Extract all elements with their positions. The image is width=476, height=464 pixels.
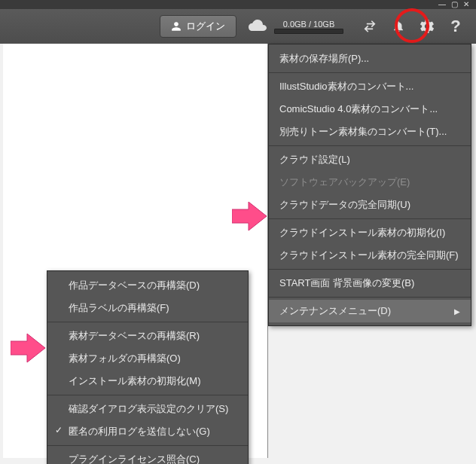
menu-separator [269,269,471,270]
titlebar: — ▢ ✕ [0,0,476,9]
maintenance-submenu-item[interactable]: インストール素材の初期化(M) [47,370,248,392]
window-controls: — ▢ ✕ [437,0,471,9]
settings-menu-item[interactable]: ComicStudio 4.0素材のコンバート... [269,98,471,121]
menu-separator [269,72,471,73]
menu-item-label: クラウドインストール素材の初期化(I) [279,227,445,238]
menu-item-label: 素材の保存場所(P)... [279,53,369,64]
storage-bar [274,29,343,34]
menu-item-label: プラグインライセンス照合(C) [69,453,200,464]
notifications-button[interactable] [386,14,411,39]
submenu-arrow-icon: ▶ [454,307,460,316]
login-label: ログイン [186,20,225,33]
menu-item-label: 別売りトーン素材集のコンバート(T)... [279,126,447,137]
annotation-arrow [11,332,45,364]
menu-item-label: 作品ラベルの再構築(F) [69,302,169,313]
menu-item-label: 素材フォルダの再構築(O) [69,353,181,364]
settings-menu-item[interactable]: クラウド設定(L) [269,148,471,171]
sync-button[interactable] [357,14,383,39]
maintenance-submenu-item[interactable]: 匿名の利用ログを送信しない(G) [47,420,248,443]
menu-item-label: 確認ダイアログ表示設定のクリア(S) [69,403,228,414]
storage-meter: 0.0GB / 10GB [274,20,343,34]
menu-item-label: クラウドデータの完全同期(U) [279,199,410,210]
menu-item-label: ソフトウェアバックアップ(E) [279,176,410,188]
menu-item-label: インストール素材の初期化(M) [69,375,201,386]
menu-item-label: 作品データベースの再構築(D) [69,279,200,291]
maintenance-submenu-item[interactable]: 確認ダイアログ表示設定のクリア(S) [47,398,248,420]
menu-item-label: 素材データベースの再構築(R) [69,330,200,341]
help-button[interactable]: ? [443,14,468,39]
settings-menu: 素材の保存場所(P)...IllustStudio素材のコンバート...Comi… [268,44,471,326]
settings-menu-item[interactable]: 素材の保存場所(P)... [269,47,471,70]
menu-separator [269,218,471,219]
settings-menu-item[interactable]: IllustStudio素材のコンバート... [269,75,471,98]
settings-menu-item[interactable]: クラウドインストール素材の初期化(I) [269,221,471,244]
maintenance-submenu-item[interactable]: 作品データベースの再構築(D) [47,274,248,297]
sync-icon [362,19,377,34]
cloud-storage[interactable]: 0.0GB / 10GB [244,18,343,35]
cloud-icon [244,18,268,35]
settings-menu-item[interactable]: クラウドインストール素材の完全同期(F) [269,244,471,267]
maintenance-submenu-item[interactable]: 素材フォルダの再構築(O) [47,347,248,370]
menu-separator [47,445,248,446]
menu-separator [269,145,471,146]
settings-menu-item[interactable]: クラウドデータの完全同期(U) [269,194,471,216]
menu-separator [269,297,471,298]
maintenance-submenu: 作品データベースの再構築(D)作品ラベルの再構築(F)素材データベースの再構築(… [47,270,249,464]
toolbar: ログイン 0.0GB / 10GB ? [0,9,476,44]
menu-item-label: クラウドインストール素材の完全同期(F) [279,249,459,261]
gear-icon [419,18,435,35]
menu-item-label: ComicStudio 4.0素材のコンバート... [279,103,438,114]
minimize-button[interactable]: — [437,0,447,9]
settings-menu-item: ソフトウェアバックアップ(E) [269,171,471,194]
annotation-arrow [232,200,267,232]
maintenance-submenu-item[interactable]: 作品ラベルの再構築(F) [47,297,248,319]
storage-text: 0.0GB / 10GB [283,20,334,29]
login-button[interactable]: ログイン [160,15,236,38]
bell-icon [392,20,405,33]
settings-menu-item[interactable]: 別売りトーン素材集のコンバート(T)... [269,121,471,143]
settings-button[interactable] [414,14,440,39]
menu-item-label: 匿名の利用ログを送信しない(G) [69,426,210,437]
menu-item-label: START画面 背景画像の変更(B) [279,277,414,288]
menu-separator [47,395,248,395]
user-icon [171,21,182,32]
settings-menu-item[interactable]: START画面 背景画像の変更(B) [269,272,471,295]
maintenance-submenu-item[interactable]: 素材データベースの再構築(R) [47,325,248,347]
settings-menu-item[interactable]: メンテナンスメニュー(D)▶ [269,300,471,322]
menu-separator [47,322,248,322]
maintenance-submenu-item[interactable]: プラグインライセンス照合(C) [47,448,248,464]
close-button[interactable]: ✕ [461,0,471,9]
menu-item-label: メンテナンスメニュー(D) [279,304,391,318]
menu-item-label: IllustStudio素材のコンバート... [279,81,413,92]
maximize-button[interactable]: ▢ [449,0,459,9]
menu-item-label: クラウド設定(L) [279,154,350,165]
